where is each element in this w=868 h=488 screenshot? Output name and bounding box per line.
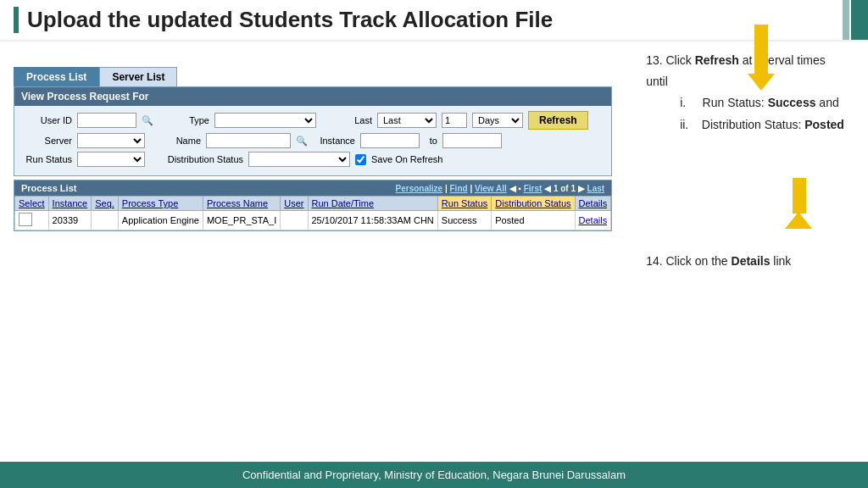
table-row: 20339 Application Engine MOE_PR_STA_I 25… [15, 211, 611, 230]
find-link[interactable]: Find [450, 184, 468, 193]
list-controls: Personalize | Find | View All ◀ ▪ First … [396, 184, 605, 193]
arrow-down-head [748, 74, 775, 91]
col-run-date-time[interactable]: Run Date/Time [308, 197, 437, 211]
user-id-label: User ID [21, 115, 72, 125]
page-icon2: ▶ [578, 184, 587, 193]
name-input[interactable] [206, 133, 291, 148]
arrow-up-head [785, 212, 812, 229]
form-row-2: Server Name 🔍 Instance to [21, 133, 604, 148]
tab-server-list[interactable]: Server List [99, 67, 177, 86]
sub-i-suffix: and [819, 96, 838, 109]
distribution-status-select[interactable] [248, 152, 350, 167]
sub-ii-text: Distribution Status: [702, 118, 802, 131]
row-select-cell [15, 211, 49, 230]
col-select[interactable]: Select [15, 197, 49, 211]
col-distribution-status[interactable]: Distribution Status [492, 197, 575, 211]
col-process-type[interactable]: Process Type [118, 197, 203, 211]
header-accent-bar [851, 0, 868, 40]
save-on-refresh-checkbox[interactable] [355, 154, 366, 165]
footer-text: Confidential and Proprietary, Ministry o… [242, 469, 626, 481]
col-process-name[interactable]: Process Name [203, 197, 280, 211]
col-seq[interactable]: Seq. [92, 197, 119, 211]
panel-body: User ID 🔍 Type Last Last Days Refresh Se… [14, 106, 611, 175]
sub-i-bold: Success [768, 96, 816, 109]
row-run-date-time: 25/10/2017 11:58:33AM CHN [308, 211, 437, 230]
page-title: Upload the updated Students Track Alloca… [14, 7, 553, 33]
left-panel: Process List Server List View Process Re… [14, 67, 612, 268]
form-row-1: User ID 🔍 Type Last Last Days Refresh [21, 111, 604, 130]
instance-from-input[interactable] [360, 133, 420, 148]
row-instance: 20339 [48, 211, 92, 230]
sub-step-i: i. Run Status: Success and [671, 92, 846, 114]
col-instance[interactable]: Instance [48, 197, 92, 211]
personalize-link[interactable]: Personalize [396, 184, 443, 193]
row-seq [92, 211, 119, 230]
details-link[interactable]: Details [579, 215, 608, 225]
instruction-14: 14. Click on the Details link [629, 254, 846, 268]
process-list-section: Process List Personalize | Find | View A… [14, 180, 612, 231]
row-details-cell: Details [575, 211, 611, 230]
save-on-refresh-label: Save On Refresh [371, 154, 442, 164]
footer: Confidential and Proprietary, Ministry o… [0, 462, 868, 488]
run-status-label: Run Status [21, 154, 72, 164]
col-details[interactable]: Details [575, 197, 611, 211]
days-select[interactable]: Days [472, 113, 523, 128]
arrow-up-line [793, 178, 806, 214]
main-content: Process List Server List View Process Re… [0, 42, 868, 276]
refresh-button[interactable]: Refresh [528, 111, 588, 130]
step14-bold: Details [732, 254, 771, 268]
step14-suffix: link [773, 254, 791, 268]
distribution-status-label: Distribution Status [150, 154, 243, 164]
header-banner: Upload the updated Students Track Alloca… [0, 0, 868, 42]
instance-label: Instance [313, 136, 355, 146]
type-select[interactable] [214, 113, 316, 128]
row-process-type: Application Engine [118, 211, 203, 230]
arrow-up-container [629, 178, 846, 246]
user-id-search-icon[interactable]: 🔍 [142, 115, 153, 126]
step14-prefix: 14. Click on the [646, 254, 728, 268]
step13-bold: Refresh [695, 53, 739, 67]
sub-i-text: Run Status: [703, 96, 765, 109]
last-label: Last [321, 115, 372, 125]
arrow-down-line [754, 25, 768, 75]
roman-ii: ii. [680, 118, 698, 131]
process-list-table: Select Instance Seq. Process Type Proces… [14, 196, 611, 230]
view-all-link[interactable]: View All [475, 184, 507, 193]
instance-to-input[interactable] [442, 133, 502, 148]
sub-ii-bold: Posted [804, 118, 844, 131]
roman-i: i. [680, 96, 699, 109]
user-id-input[interactable] [77, 113, 136, 128]
right-panel: 13. Click Refresh at interval times unti… [620, 50, 854, 268]
first-link[interactable]: First [524, 184, 542, 193]
name-search-icon[interactable]: 🔍 [296, 136, 308, 147]
page-info: 1 of 1 [554, 184, 576, 193]
to-label: to [425, 136, 437, 146]
instruction-13: 13. Click Refresh at interval times unti… [629, 50, 846, 136]
header-accent-bar2 [843, 0, 849, 40]
server-label: Server [21, 136, 72, 146]
type-label: Type [159, 115, 209, 125]
name-label: Name [150, 136, 201, 146]
nav-icons: ◀ ▪ [509, 184, 524, 193]
panel-header: View Process Request For [14, 87, 611, 106]
last-number-input[interactable] [442, 113, 467, 128]
row-user [281, 211, 308, 230]
col-user[interactable]: User [281, 197, 308, 211]
tabs: Process List Server List [14, 67, 612, 86]
col-run-status[interactable]: Run Status [437, 197, 491, 211]
form-row-3: Run Status Distribution Status Save On R… [21, 152, 604, 167]
sub-step-ii: ii. Distribution Status: Posted [671, 114, 846, 136]
run-status-select[interactable] [77, 152, 145, 167]
row-run-status: Success [437, 211, 491, 230]
tab-process-list[interactable]: Process List [14, 67, 99, 86]
step13-num: 13. Click [646, 53, 692, 67]
last-link[interactable]: Last [587, 184, 605, 193]
page-icon: ◀ [544, 184, 554, 193]
last-select[interactable]: Last [377, 113, 437, 128]
server-select[interactable] [77, 133, 145, 148]
list-section-header: Process List Personalize | Find | View A… [14, 180, 611, 196]
process-list-title: Process List [21, 183, 76, 193]
row-checkbox[interactable] [19, 213, 32, 226]
process-panel: View Process Request For User ID 🔍 Type … [14, 86, 612, 176]
row-distribution-status: Posted [492, 211, 575, 230]
